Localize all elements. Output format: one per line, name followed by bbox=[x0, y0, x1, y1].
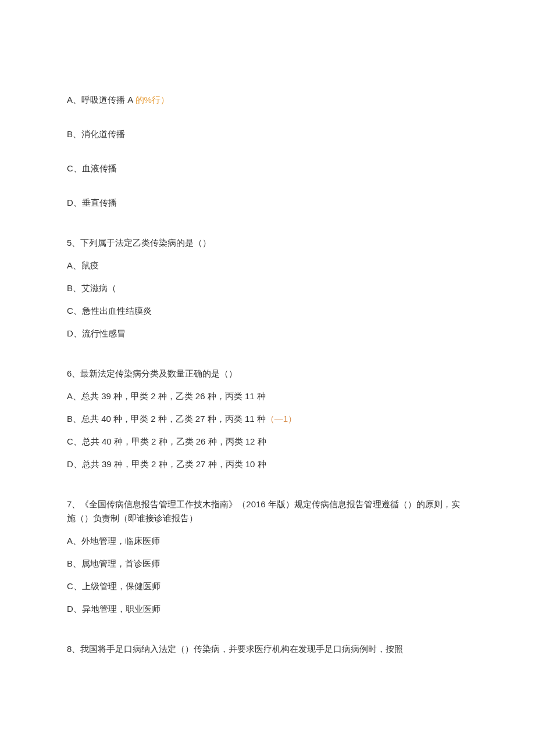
q7-option-a: A、外地管理，临床医师 bbox=[67, 534, 468, 548]
option-a-text: A、呼吸道传播 A bbox=[67, 95, 133, 105]
option-b: B、消化道传播 bbox=[67, 127, 468, 141]
option-a-highlight: 的%行） bbox=[133, 95, 169, 105]
q5-option-a: A、鼠疫 bbox=[67, 259, 468, 273]
option-d: D、垂直传播 bbox=[67, 196, 468, 210]
q6-option-d: D、总共 39 种，甲类 2 种，乙类 27 种，丙类 10 种 bbox=[67, 457, 468, 471]
q5-option-c: C、急性出血性结膜炎 bbox=[67, 304, 468, 318]
q6-option-b-text: B、总共 40 种，甲类 2 种，乙类 27 种，丙类 11 种 bbox=[67, 414, 266, 424]
q6-option-c: C、总共 40 种，甲类 2 种，乙类 26 种，丙类 12 种 bbox=[67, 435, 468, 449]
q8-stem: 8、我国将手足口病纳入法定（）传染病，并要求医疗机构在发现手足口病病例时，按照 bbox=[67, 642, 468, 656]
q6-option-b-highlight: （—1） bbox=[266, 414, 297, 424]
q7-option-d: D、异地管理，职业医师 bbox=[67, 602, 468, 616]
option-a: A、呼吸道传播 A 的%行） bbox=[67, 93, 468, 107]
q5-option-b: B、艾滋病（ bbox=[67, 281, 468, 295]
q5-stem: 5、下列属于法定乙类传染病的是（） bbox=[67, 236, 468, 250]
q6-option-b: B、总共 40 种，甲类 2 种，乙类 27 种，丙类 11 种（—1） bbox=[67, 412, 468, 426]
option-c: C、血液传播 bbox=[67, 162, 468, 175]
q7-option-b: B、属地管理，首诊医师 bbox=[67, 557, 468, 571]
q6-stem: 6、最新法定传染病分类及数量正确的是（） bbox=[67, 367, 468, 381]
q7-option-c: C、上级管理，保健医师 bbox=[67, 579, 468, 593]
q7-stem: 7、《全国传病信息报告管理工作技木指南》（2016 年版）规定传病信息报告管理遵… bbox=[67, 497, 468, 525]
q6-option-a: A、总共 39 种，甲类 2 种，乙类 26 种，丙类 11 种 bbox=[67, 389, 468, 403]
q5-option-d: D、流行性感冒 bbox=[67, 327, 468, 341]
